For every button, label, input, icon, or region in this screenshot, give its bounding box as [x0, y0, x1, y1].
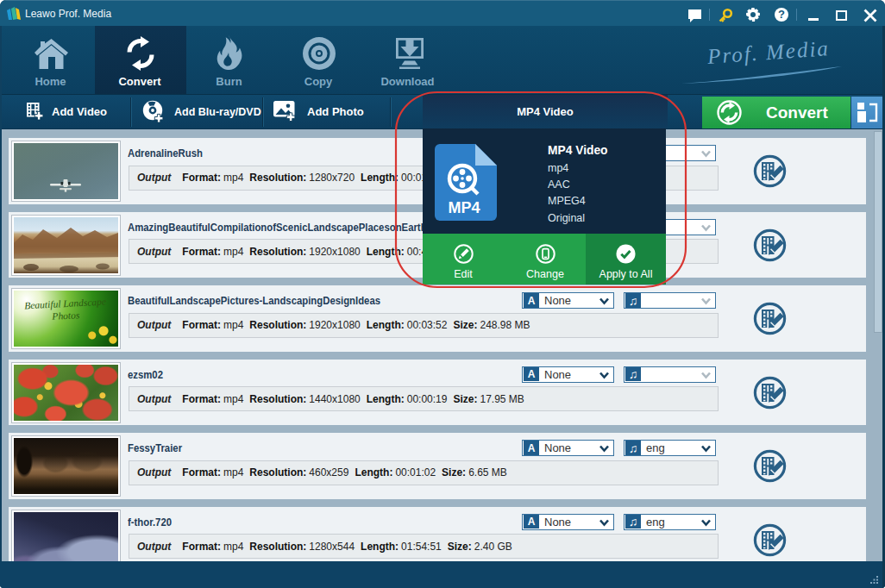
- svg-text:MP4: MP4: [448, 199, 480, 216]
